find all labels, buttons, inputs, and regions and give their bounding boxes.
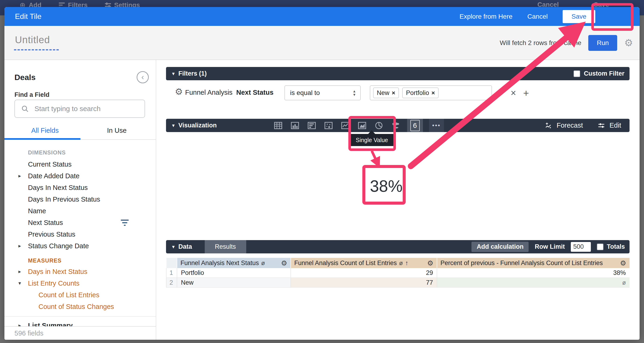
tile-title[interactable]: Untitled — [15, 34, 50, 46]
measures-header: MEASURES — [28, 257, 62, 264]
collapse-icon[interactable]: ▾ — [18, 280, 21, 286]
search-icon — [21, 105, 29, 113]
filters-section-bar[interactable]: ▾ Filters (1) Custom Filter — [166, 67, 630, 80]
row-limit-input[interactable] — [571, 242, 591, 252]
column-header-count-of-list-entries[interactable]: Funnel Analysis Count of List Entries ø … — [290, 258, 437, 268]
caret-down-icon: ▾ — [172, 244, 175, 250]
field-date-added-date[interactable]: ▸Date Added Date — [4, 170, 156, 182]
field-next-status[interactable]: Next Status — [4, 217, 156, 228]
single-value-icon: 6 — [410, 120, 420, 131]
column-chart-icon[interactable] — [290, 120, 300, 131]
results-tab[interactable]: Results — [205, 240, 246, 253]
edit-label: Edit — [610, 122, 621, 129]
totals-toggle[interactable]: Totals — [597, 243, 625, 250]
filter-values-input[interactable]: New × Portfolio × — [370, 85, 492, 100]
column-header-percent-of-previous[interactable]: Percent of previous - Funnel Analysis Co… — [437, 258, 630, 268]
custom-filter-checkbox[interactable] — [574, 71, 580, 77]
add-filter-icon[interactable]: + — [523, 88, 529, 99]
data-header: Data — [178, 243, 192, 250]
select-arrows-icon: ▲▼ — [352, 90, 356, 96]
tab-all-fields[interactable]: All Fields — [31, 127, 59, 134]
cancel-button[interactable]: Cancel — [528, 13, 548, 20]
filter-applied-icon[interactable] — [121, 220, 129, 226]
hidden-field-icon: ø — [399, 259, 403, 267]
expand-icon[interactable]: ▸ — [18, 173, 21, 179]
field-count-footer: 596 fields — [4, 326, 156, 340]
filter-field-name: Next Status — [236, 89, 274, 96]
table-chart-icon[interactable] — [273, 120, 284, 131]
find-a-field-label: Find a Field — [14, 91, 50, 99]
column-gear-icon[interactable]: ⚙ — [427, 259, 434, 267]
column-gear-icon[interactable]: ⚙ — [620, 259, 626, 267]
visualization-section-bar[interactable]: ▾ Visualization — [166, 119, 630, 132]
filter-gear-icon[interactable]: ⚙ — [175, 87, 183, 96]
field-name[interactable]: Name — [4, 205, 156, 217]
filter-chip-portfolio[interactable]: Portfolio × — [402, 88, 438, 98]
bar-chart-icon[interactable] — [306, 120, 317, 131]
field-search-box[interactable] — [14, 100, 145, 118]
tab-in-use[interactable]: In Use — [107, 127, 126, 134]
measure-list-entry-counts[interactable]: ▾List Entry Counts — [4, 277, 156, 289]
query-settings-gear-icon[interactable]: ⚙ — [624, 38, 633, 48]
chip-label: New — [377, 89, 390, 97]
run-button[interactable]: Run — [588, 35, 617, 51]
filter-row: ⚙ Funnel Analysis Next Status is equal t… — [166, 85, 630, 100]
field-search-input[interactable] — [34, 105, 128, 113]
title-underline — [14, 49, 59, 50]
more-viz-types-icon[interactable]: ••• — [429, 119, 444, 132]
caret-down-icon: ▾ — [172, 123, 175, 129]
add-calculation-button[interactable]: Add calculation — [472, 242, 528, 252]
modal-title: Edit Tile — [15, 12, 42, 21]
scatter-chart-icon[interactable] — [323, 120, 334, 131]
edit-viz-button[interactable]: Edit — [597, 121, 621, 130]
cell-percent[interactable]: 38% — [437, 268, 630, 278]
forecast-label: Forecast — [556, 122, 583, 129]
expand-icon[interactable]: ▸ — [18, 268, 21, 275]
modal-header: Edit Tile Explore from Here Cancel Save — [4, 7, 640, 26]
measure-count-of-status-changes[interactable]: Count of Status Changes — [4, 301, 156, 312]
sort-ascending-icon[interactable]: ↑ — [405, 259, 408, 267]
row-limit-label: Row Limit — [535, 243, 565, 250]
cell-count[interactable]: 77 — [290, 278, 437, 288]
measure-days-in-next-status[interactable]: ▸Days in Next Status — [4, 266, 156, 277]
remove-filter-icon[interactable]: × — [511, 88, 516, 98]
annotation-box-38-percent — [362, 165, 406, 205]
totals-checkbox[interactable] — [597, 244, 604, 250]
collapse-sidebar-icon[interactable]: ‹ — [137, 71, 149, 83]
field-days-in-next-status[interactable]: Days In Next Status — [4, 182, 156, 193]
cell-next-status[interactable]: Portfolio — [177, 268, 290, 278]
filter-chip-new[interactable]: New × — [373, 88, 399, 98]
active-tab-underline — [4, 138, 80, 140]
field-previous-status[interactable]: Previous Status — [4, 228, 156, 240]
visualization-header: Visualization — [178, 122, 217, 129]
table-row[interactable]: 2 New 77 ø — [166, 278, 630, 288]
custom-filter-toggle[interactable]: Custom Filter — [574, 70, 624, 77]
filter-operator-value: is equal to — [290, 89, 320, 97]
forecast-button[interactable]: Forecast — [544, 121, 583, 130]
field-current-status[interactable]: Current Status — [4, 158, 156, 170]
single-value-viz-selected[interactable]: 6 — [407, 119, 423, 132]
field-days-in-previous-status[interactable]: Days In Previous Status — [4, 193, 156, 205]
table-header-row: Funnel Analysis Next Status ø ⚙ Funnel A… — [166, 258, 630, 268]
filter-operator-select[interactable]: is equal to ▲▼ — [284, 85, 361, 100]
expand-icon[interactable]: ▸ — [18, 243, 21, 249]
cell-percent[interactable]: ø — [437, 278, 630, 288]
sparkle-icon — [544, 121, 553, 130]
column-gear-icon[interactable]: ⚙ — [281, 259, 287, 267]
field-status-change-date[interactable]: ▸Status Change Date — [4, 240, 156, 252]
remove-chip-icon[interactable]: × — [392, 89, 395, 97]
annotation-box-single-value-icon — [348, 116, 396, 151]
table-row[interactable]: 1 Portfolio 29 38% — [166, 268, 630, 278]
cell-next-status[interactable]: New — [177, 278, 290, 288]
row-number: 2 — [166, 278, 177, 288]
measure-count-of-list-entries[interactable]: Count of List Entries — [4, 289, 156, 301]
save-button[interactable]: Save — [563, 10, 595, 23]
row-number-header — [166, 258, 177, 268]
remove-chip-icon[interactable]: × — [431, 89, 435, 97]
explore-from-here-button[interactable]: Explore from Here — [460, 13, 512, 20]
data-section-bar[interactable]: ▾ Data Results Add calculation Row Limit… — [166, 240, 630, 253]
results-table: Funnel Analysis Next Status ø ⚙ Funnel A… — [166, 258, 630, 288]
cell-count[interactable]: 29 — [290, 268, 437, 278]
custom-filter-label: Custom Filter — [584, 70, 624, 77]
column-header-next-status[interactable]: Funnel Analysis Next Status ø ⚙ — [177, 258, 290, 268]
